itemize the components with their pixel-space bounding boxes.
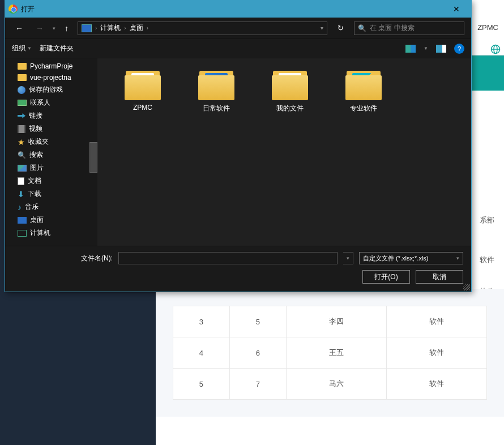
tree-item-search[interactable]: 🔍搜索 [5, 148, 97, 161]
view-mode-button[interactable] [405, 45, 416, 53]
open-button[interactable]: 打开(O) [362, 270, 410, 284]
chevron-down-icon[interactable]: ▼ [424, 46, 428, 51]
document-icon [18, 177, 24, 185]
table-cell: 4 [173, 337, 230, 369]
table-row[interactable]: 5 7 马六 软件 [173, 369, 487, 400]
dialog-bottom: 文件名(N): ▾ 自定义文件 (*.xlsx;*.xls) ▾ 打开(O) 取… [5, 246, 471, 292]
table-row[interactable]: 4 6 王五 软件 [173, 337, 487, 369]
close-button[interactable]: ✕ [445, 1, 468, 18]
nav-up-button[interactable]: ↑ [61, 22, 72, 35]
folder-icon [345, 69, 382, 100]
nav-history-dropdown[interactable]: ▾ [53, 25, 55, 31]
globe-icon [490, 44, 501, 54]
breadcrumb-current[interactable]: 桌面 [130, 23, 143, 33]
nav-back-button[interactable]: ← [12, 22, 27, 35]
tree-item-downloads[interactable]: ⬇下载 [5, 187, 97, 200]
folder-icon [18, 63, 27, 70]
chevron-down-icon: ▼ [27, 46, 32, 51]
folder-icon [125, 69, 161, 100]
nav-row: ← → ▾ ↑ › 计算机 › 桌面 › ▾ ↻ 🔍 在 桌面 中搜索 [5, 18, 471, 39]
organize-button[interactable]: 组织 ▼ [12, 44, 32, 53]
chrome-icon [8, 5, 18, 14]
new-folder-button[interactable]: 新建文件夹 [40, 44, 74, 53]
titlebar[interactable]: 打开 ✕ [5, 1, 471, 18]
bg-cell-tail: 软件 [470, 238, 504, 277]
table-cell: 李四 [286, 306, 386, 337]
folder-icon [272, 69, 308, 100]
cancel-button[interactable]: 取消 [416, 270, 463, 284]
folder-zpmc[interactable]: ZPMC [120, 69, 165, 112]
filetype-select[interactable]: 自定义文件 (*.xlsx;*.xls) ▾ [359, 252, 463, 264]
refresh-button[interactable]: ↻ [333, 24, 348, 32]
tree-item-desktop[interactable]: 桌面 [5, 213, 97, 226]
table-cell: 7 [229, 369, 286, 400]
search-placeholder: 在 桌面 中搜索 [370, 23, 415, 33]
tree-item-savedgames[interactable]: 保存的游戏 [5, 83, 97, 96]
tree-item-contacts[interactable]: 联系人 [5, 96, 97, 109]
monitor-icon [18, 217, 27, 224]
dialog-title: 打开 [21, 5, 35, 14]
search-icon: 🔍 [18, 151, 26, 159]
music-icon: ♪ [18, 203, 22, 211]
address-bar[interactable]: › 计算机 › 桌面 › ▾ [78, 22, 327, 35]
search-input[interactable]: 🔍 在 桌面 中搜索 [354, 22, 464, 35]
table-cell: 3 [173, 306, 230, 337]
table-row[interactable]: 3 5 李四 软件 [173, 306, 487, 337]
bg-header-badge: ZPMC [477, 23, 498, 32]
table-cell: 软件 [386, 369, 486, 400]
breadcrumb-sep-icon: › [95, 25, 97, 31]
monitor-icon [82, 24, 92, 32]
chevron-down-icon: ▾ [456, 255, 459, 261]
preview-pane-button[interactable] [436, 45, 446, 53]
folder-daily-software[interactable]: 日常软件 [194, 69, 239, 113]
tree-item-pycharm[interactable]: PycharmProje [5, 61, 97, 72]
tree-item-documents[interactable]: 文档 [5, 174, 97, 187]
computer-icon [18, 230, 27, 237]
picture-icon [18, 165, 27, 172]
filename-input[interactable] [118, 252, 338, 264]
table-cell: 王五 [286, 337, 386, 369]
folder-my-files[interactable]: 我的文件 [267, 69, 313, 113]
bg-col-header: 系部 [470, 91, 504, 238]
bg-table: 3 5 李四 软件 4 6 王五 软件 5 7 马六 软件 [173, 306, 487, 400]
table-cell: 软件 [386, 337, 486, 369]
dialog-main: PycharmProje vue-projectna 保存的游戏 联系人 链接 … [5, 58, 471, 246]
table-cell: 6 [229, 337, 286, 369]
tree-item-computer[interactable]: 计算机 [5, 226, 97, 239]
breadcrumb-root[interactable]: 计算机 [100, 23, 121, 33]
filename-row: 文件名(N): ▾ 自定义文件 (*.xlsx;*.xls) ▾ [13, 252, 463, 264]
address-dropdown-icon[interactable]: ▾ [321, 25, 323, 31]
tree-scrollbar[interactable] [88, 58, 97, 246]
star-icon: ★ [18, 138, 25, 146]
tree-item-links[interactable]: 链接 [5, 109, 97, 122]
search-icon: 🔍 [358, 24, 366, 32]
folder-icon [18, 74, 27, 81]
table-cell: 5 [229, 306, 286, 337]
tree-item-vue[interactable]: vue-projectna [5, 72, 97, 83]
nav-forward-button[interactable]: → [32, 22, 47, 35]
folder-pro-software[interactable]: 专业软件 [341, 69, 386, 113]
link-icon [18, 112, 25, 120]
file-open-dialog: 打开 ✕ ← → ▾ ↑ › 计算机 › 桌面 › ▾ ↻ 🔍 在 桌面 中搜索… [5, 0, 472, 292]
folder-content[interactable]: ZPMC 日常软件 我的文件 专业软件 [97, 58, 471, 246]
contacts-icon [18, 100, 27, 106]
tree-item-favorites[interactable]: ★收藏夹 [5, 135, 97, 148]
tree-item-music[interactable]: ♪音乐 [5, 200, 97, 213]
folder-tree[interactable]: PycharmProje vue-projectna 保存的游戏 联系人 链接 … [5, 58, 97, 246]
button-row: 打开(O) 取消 [13, 270, 463, 284]
help-button[interactable]: ? [454, 44, 464, 54]
breadcrumb-sep-icon: › [147, 25, 148, 31]
resize-grip[interactable] [463, 284, 470, 290]
bg-right-labels: 系部 软件 软件 [470, 91, 504, 309]
tree-item-videos[interactable]: 视频 [5, 122, 97, 135]
breadcrumb-sep-icon: › [124, 25, 126, 31]
scrollbar-thumb[interactable] [89, 142, 97, 173]
table-cell: 马六 [286, 369, 386, 400]
filename-label: 文件名(N): [13, 254, 113, 263]
table-cell: 软件 [386, 306, 486, 337]
filename-dropdown-button[interactable]: ▾ [343, 252, 353, 264]
download-icon: ⬇ [18, 190, 24, 198]
tree-item-pictures[interactable]: 图片 [5, 161, 97, 174]
table-cell: 5 [173, 369, 230, 400]
film-icon [18, 125, 25, 133]
